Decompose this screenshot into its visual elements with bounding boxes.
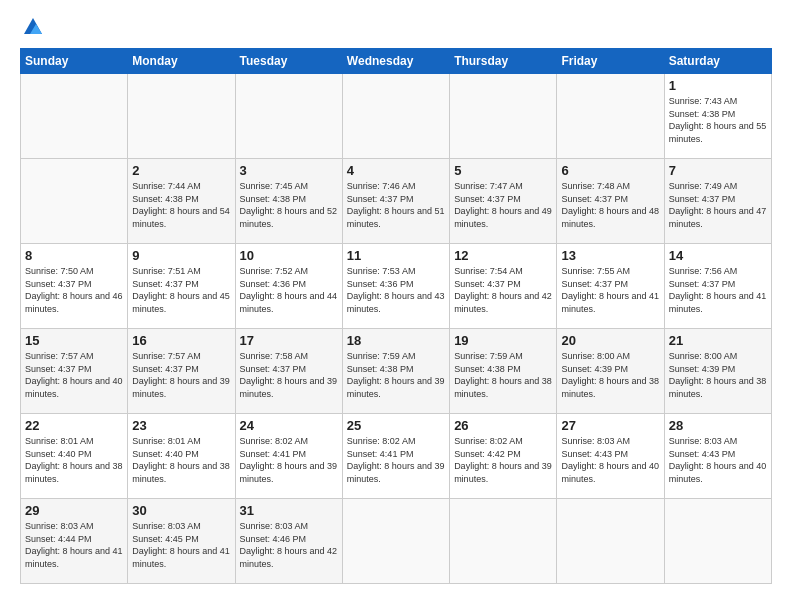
day-number: 10: [240, 248, 338, 263]
week-row-0: 1Sunrise: 7:43 AMSunset: 4:38 PMDaylight…: [21, 74, 772, 159]
day-cell-28: 28Sunrise: 8:03 AMSunset: 4:43 PMDayligh…: [664, 414, 771, 499]
day-number: 4: [347, 163, 445, 178]
day-number: 11: [347, 248, 445, 263]
logo-icon: [22, 16, 44, 38]
day-info: Sunrise: 8:03 AMSunset: 4:43 PMDaylight:…: [669, 435, 767, 485]
empty-cell: [342, 499, 449, 584]
day-cell-30: 30Sunrise: 8:03 AMSunset: 4:45 PMDayligh…: [128, 499, 235, 584]
day-cell-14: 14Sunrise: 7:56 AMSunset: 4:37 PMDayligh…: [664, 244, 771, 329]
empty-cell: [235, 74, 342, 159]
empty-cell: [557, 499, 664, 584]
col-header-monday: Monday: [128, 49, 235, 74]
day-number: 26: [454, 418, 552, 433]
day-cell-13: 13Sunrise: 7:55 AMSunset: 4:37 PMDayligh…: [557, 244, 664, 329]
day-number: 31: [240, 503, 338, 518]
day-cell-31: 31Sunrise: 8:03 AMSunset: 4:46 PMDayligh…: [235, 499, 342, 584]
day-cell-27: 27Sunrise: 8:03 AMSunset: 4:43 PMDayligh…: [557, 414, 664, 499]
day-cell-1: 1Sunrise: 7:43 AMSunset: 4:38 PMDaylight…: [664, 74, 771, 159]
col-header-saturday: Saturday: [664, 49, 771, 74]
day-cell-2: 2Sunrise: 7:44 AMSunset: 4:38 PMDaylight…: [128, 159, 235, 244]
col-header-wednesday: Wednesday: [342, 49, 449, 74]
day-number: 22: [25, 418, 123, 433]
day-number: 3: [240, 163, 338, 178]
day-info: Sunrise: 8:01 AMSunset: 4:40 PMDaylight:…: [25, 435, 123, 485]
empty-cell: [342, 74, 449, 159]
calendar-table: SundayMondayTuesdayWednesdayThursdayFrid…: [20, 48, 772, 584]
empty-cell: [557, 74, 664, 159]
day-cell-25: 25Sunrise: 8:02 AMSunset: 4:41 PMDayligh…: [342, 414, 449, 499]
day-cell-7: 7Sunrise: 7:49 AMSunset: 4:37 PMDaylight…: [664, 159, 771, 244]
day-cell-5: 5Sunrise: 7:47 AMSunset: 4:37 PMDaylight…: [450, 159, 557, 244]
day-number: 25: [347, 418, 445, 433]
day-number: 13: [561, 248, 659, 263]
day-number: 6: [561, 163, 659, 178]
day-cell-26: 26Sunrise: 8:02 AMSunset: 4:42 PMDayligh…: [450, 414, 557, 499]
day-number: 2: [132, 163, 230, 178]
day-number: 7: [669, 163, 767, 178]
day-number: 5: [454, 163, 552, 178]
day-cell-24: 24Sunrise: 8:02 AMSunset: 4:41 PMDayligh…: [235, 414, 342, 499]
day-number: 19: [454, 333, 552, 348]
day-number: 9: [132, 248, 230, 263]
day-info: Sunrise: 7:45 AMSunset: 4:38 PMDaylight:…: [240, 180, 338, 230]
day-cell-17: 17Sunrise: 7:58 AMSunset: 4:37 PMDayligh…: [235, 329, 342, 414]
day-info: Sunrise: 7:56 AMSunset: 4:37 PMDaylight:…: [669, 265, 767, 315]
header: [20, 16, 772, 38]
day-info: Sunrise: 7:57 AMSunset: 4:37 PMDaylight:…: [25, 350, 123, 400]
empty-cell: [128, 74, 235, 159]
day-cell-4: 4Sunrise: 7:46 AMSunset: 4:37 PMDaylight…: [342, 159, 449, 244]
day-info: Sunrise: 8:00 AMSunset: 4:39 PMDaylight:…: [561, 350, 659, 400]
day-cell-10: 10Sunrise: 7:52 AMSunset: 4:36 PMDayligh…: [235, 244, 342, 329]
day-info: Sunrise: 7:43 AMSunset: 4:38 PMDaylight:…: [669, 95, 767, 145]
day-cell-6: 6Sunrise: 7:48 AMSunset: 4:37 PMDaylight…: [557, 159, 664, 244]
day-number: 12: [454, 248, 552, 263]
day-number: 16: [132, 333, 230, 348]
week-row-1: 2Sunrise: 7:44 AMSunset: 4:38 PMDaylight…: [21, 159, 772, 244]
day-number: 24: [240, 418, 338, 433]
day-cell-12: 12Sunrise: 7:54 AMSunset: 4:37 PMDayligh…: [450, 244, 557, 329]
day-info: Sunrise: 8:00 AMSunset: 4:39 PMDaylight:…: [669, 350, 767, 400]
day-cell-16: 16Sunrise: 7:57 AMSunset: 4:37 PMDayligh…: [128, 329, 235, 414]
day-number: 14: [669, 248, 767, 263]
day-cell-19: 19Sunrise: 7:59 AMSunset: 4:38 PMDayligh…: [450, 329, 557, 414]
day-cell-23: 23Sunrise: 8:01 AMSunset: 4:40 PMDayligh…: [128, 414, 235, 499]
day-info: Sunrise: 7:59 AMSunset: 4:38 PMDaylight:…: [347, 350, 445, 400]
day-info: Sunrise: 7:48 AMSunset: 4:37 PMDaylight:…: [561, 180, 659, 230]
empty-cell: [21, 74, 128, 159]
day-info: Sunrise: 8:01 AMSunset: 4:40 PMDaylight:…: [132, 435, 230, 485]
day-info: Sunrise: 7:47 AMSunset: 4:37 PMDaylight:…: [454, 180, 552, 230]
day-info: Sunrise: 7:46 AMSunset: 4:37 PMDaylight:…: [347, 180, 445, 230]
empty-cell: [21, 159, 128, 244]
week-row-3: 15Sunrise: 7:57 AMSunset: 4:37 PMDayligh…: [21, 329, 772, 414]
day-number: 21: [669, 333, 767, 348]
day-info: Sunrise: 8:03 AMSunset: 4:45 PMDaylight:…: [132, 520, 230, 570]
day-cell-11: 11Sunrise: 7:53 AMSunset: 4:36 PMDayligh…: [342, 244, 449, 329]
day-info: Sunrise: 8:03 AMSunset: 4:46 PMDaylight:…: [240, 520, 338, 570]
day-info: Sunrise: 8:02 AMSunset: 4:41 PMDaylight:…: [347, 435, 445, 485]
week-row-5: 29Sunrise: 8:03 AMSunset: 4:44 PMDayligh…: [21, 499, 772, 584]
day-cell-8: 8Sunrise: 7:50 AMSunset: 4:37 PMDaylight…: [21, 244, 128, 329]
day-info: Sunrise: 8:03 AMSunset: 4:43 PMDaylight:…: [561, 435, 659, 485]
day-cell-9: 9Sunrise: 7:51 AMSunset: 4:37 PMDaylight…: [128, 244, 235, 329]
logo: [20, 16, 46, 38]
day-number: 27: [561, 418, 659, 433]
day-info: Sunrise: 7:59 AMSunset: 4:38 PMDaylight:…: [454, 350, 552, 400]
day-number: 1: [669, 78, 767, 93]
col-header-thursday: Thursday: [450, 49, 557, 74]
day-number: 15: [25, 333, 123, 348]
day-info: Sunrise: 7:49 AMSunset: 4:37 PMDaylight:…: [669, 180, 767, 230]
col-header-friday: Friday: [557, 49, 664, 74]
day-number: 30: [132, 503, 230, 518]
day-info: Sunrise: 7:53 AMSunset: 4:36 PMDaylight:…: [347, 265, 445, 315]
day-info: Sunrise: 7:54 AMSunset: 4:37 PMDaylight:…: [454, 265, 552, 315]
day-number: 8: [25, 248, 123, 263]
col-header-tuesday: Tuesday: [235, 49, 342, 74]
empty-cell: [450, 499, 557, 584]
logo-area: [20, 16, 46, 38]
day-cell-20: 20Sunrise: 8:00 AMSunset: 4:39 PMDayligh…: [557, 329, 664, 414]
day-info: Sunrise: 7:44 AMSunset: 4:38 PMDaylight:…: [132, 180, 230, 230]
empty-cell: [450, 74, 557, 159]
day-cell-15: 15Sunrise: 7:57 AMSunset: 4:37 PMDayligh…: [21, 329, 128, 414]
header-row: SundayMondayTuesdayWednesdayThursdayFrid…: [21, 49, 772, 74]
day-cell-18: 18Sunrise: 7:59 AMSunset: 4:38 PMDayligh…: [342, 329, 449, 414]
